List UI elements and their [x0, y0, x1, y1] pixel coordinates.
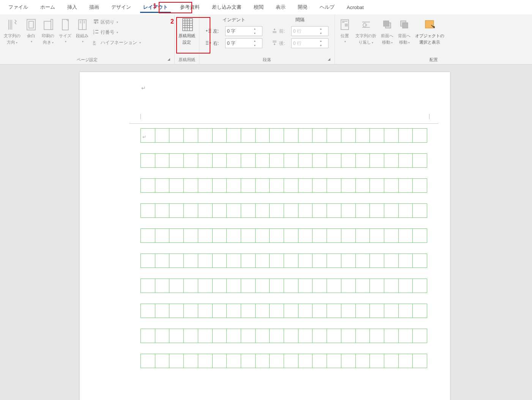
spin-up[interactable]: ▲: [318, 39, 324, 43]
genkou-cell: [198, 304, 213, 318]
document-page[interactable]: ↵ ↵: [80, 72, 450, 400]
genkou-cell: [198, 179, 213, 192]
spin-up[interactable]: ▲: [252, 27, 257, 31]
size-button[interactable]: サイズ ▾: [57, 16, 74, 45]
genkou-cell: [413, 179, 427, 192]
breaks-button[interactable]: 区切り ▾: [91, 17, 143, 27]
wrap-text-button[interactable]: 文字列の折 り返し▾: [353, 16, 379, 46]
spin-down[interactable]: ▼: [318, 31, 324, 36]
genkou-grid: [140, 121, 427, 379]
tab-design[interactable]: デザイン: [106, 1, 136, 14]
indent-left-spinbox[interactable]: ▲▼: [225, 26, 262, 36]
columns-button[interactable]: 段組み ▾: [74, 16, 91, 45]
orientation-label1: 印刷の: [42, 33, 54, 38]
svg-rect-3: [62, 19, 68, 30]
spacing-after-spinbox[interactable]: ▲▼: [291, 38, 328, 48]
spacing-before-spinbox[interactable]: ▲▼: [291, 26, 328, 36]
tab-insert[interactable]: 挿入: [62, 1, 82, 14]
margins-button[interactable]: 余白 ▾: [23, 16, 39, 45]
genkou-cell: [327, 154, 341, 167]
genkou-cell: [356, 329, 370, 343]
svg-rect-26: [425, 20, 434, 28]
spin-down[interactable]: ▼: [252, 43, 257, 48]
margin-guide: [429, 114, 429, 119]
text-direction-button[interactable]: 文字列の 方向▾: [2, 16, 23, 46]
tab-home[interactable]: ホーム: [35, 1, 60, 14]
chevron-down-icon: ▾: [344, 40, 346, 43]
selection-pane-button[interactable]: オブジェクトの 選択と表示: [413, 16, 447, 46]
genkou-cell: [169, 354, 184, 368]
tab-mailings[interactable]: 差し込み文書: [207, 1, 247, 14]
genkou-settings-button[interactable]: 原稿用紙 設定: [176, 16, 197, 46]
genkou-cell: [298, 329, 313, 343]
genkou-cell: [198, 354, 213, 368]
genkou-cell: [384, 354, 399, 368]
genkou-cell: [356, 354, 370, 368]
indent-right-spinbox[interactable]: ▲▼: [225, 38, 262, 48]
genkou-cell: [241, 154, 256, 167]
genkou-cell: [298, 179, 313, 192]
tab-acrobat[interactable]: Acrobat: [341, 2, 369, 13]
svg-rect-25: [403, 23, 408, 28]
svg-rect-2: [44, 21, 51, 30]
genkou-row: [140, 228, 427, 243]
genkou-cell: [327, 304, 341, 318]
genkou-cell: [213, 154, 227, 167]
svg-rect-23: [384, 21, 389, 26]
genkou-cell: [370, 229, 384, 243]
genkou-cell: [256, 254, 270, 268]
arrange-group-label: 配置: [336, 55, 530, 64]
tab-view[interactable]: 表示: [270, 1, 291, 14]
genkou-cell: [341, 329, 356, 343]
genkou-cell: [241, 129, 256, 142]
hyphenation-label: ハイフネーション: [101, 39, 137, 46]
page-setup-launcher[interactable]: ◢: [167, 57, 173, 63]
spacing-after-input[interactable]: [292, 41, 318, 46]
bring-forward-button[interactable]: 前面へ 移動▾: [379, 16, 396, 46]
ribbon-content: 文字列の 方向▾ 余白 ▾ 印刷の 向き▾ サ: [0, 14, 532, 65]
genkou-cell: [155, 279, 170, 293]
tab-references[interactable]: 参考資料: [175, 1, 205, 14]
orientation-button[interactable]: 印刷の 向き▾: [39, 16, 57, 46]
genkou-cell: [213, 329, 227, 343]
page-setup-group-label: ページ設定: [2, 55, 173, 64]
line-numbers-button[interactable]: 12 行番号 ▾: [91, 28, 143, 37]
indent-right-input[interactable]: [226, 41, 252, 46]
genkou-cell: [327, 254, 341, 268]
genkou-cell: [227, 354, 241, 368]
tab-developer[interactable]: 開発: [292, 1, 313, 14]
genkou-cell: [327, 354, 341, 368]
genkou-cell: [284, 229, 298, 243]
genkou-cell: [198, 229, 213, 243]
genkou-cell: [284, 304, 298, 318]
genkou-cell: [298, 354, 313, 368]
genkou-cell: [384, 229, 399, 243]
genkou-row: [140, 128, 427, 143]
spin-down[interactable]: ▼: [318, 43, 324, 48]
send-backward-button[interactable]: 背面へ 移動▾: [396, 16, 413, 46]
genkou-cell: [155, 204, 170, 217]
spin-up[interactable]: ▲: [252, 39, 257, 43]
group-arrange: 位置 ▾ 文字列の折 り返し▾ 前面へ 移動▾: [335, 14, 532, 64]
tab-review[interactable]: 校閲: [248, 1, 269, 14]
tab-help[interactable]: ヘルプ: [314, 1, 340, 14]
spin-down[interactable]: ▼: [252, 31, 257, 36]
tab-file[interactable]: ファイル: [3, 1, 33, 14]
tab-draw[interactable]: 描画: [84, 1, 104, 14]
indent-left-input[interactable]: [226, 28, 252, 34]
text-direction-label1: 文字列の: [4, 33, 21, 38]
paragraph-launcher[interactable]: ◢: [328, 57, 333, 63]
spin-up[interactable]: ▲: [318, 27, 324, 31]
genkou-cell: [169, 229, 184, 243]
send-backward-label2: 移動: [399, 40, 407, 44]
hyphenation-button[interactable]: a-bc ハイフネーション ▾: [91, 38, 143, 47]
svg-rect-16: [183, 19, 193, 31]
genkou-cell: [184, 229, 198, 243]
spacing-before-input[interactable]: [292, 28, 318, 34]
position-button[interactable]: 位置 ▾: [336, 16, 353, 45]
genkou-cell: [370, 304, 384, 318]
genkou-cell: [327, 279, 341, 293]
genkou-cell: [399, 354, 413, 368]
genkou-cell: [284, 329, 298, 343]
genkou-row: [140, 203, 427, 218]
